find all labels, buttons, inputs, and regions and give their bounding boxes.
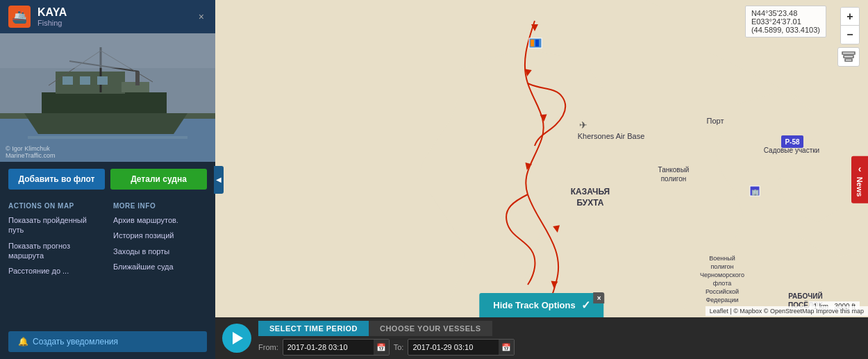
svg-text:КАЗАЧЬЯ: КАЗАЧЬЯ	[571, 187, 610, 197]
svg-text:Р-58: Р-58	[785, 138, 800, 146]
action-routes-archive[interactable]: Архив маршрутов.	[113, 215, 207, 225]
actions-on-map-title: ACTIONS ON MAP	[8, 202, 102, 210]
bell-icon: 🔔	[18, 337, 28, 347]
svg-rect-10	[62, 76, 73, 85]
play-icon	[233, 332, 243, 344]
svg-rect-4	[42, 92, 167, 113]
svg-text:полигон: полигон	[661, 175, 687, 183]
coord-dec: (44.5899, 033.4103)	[751, 26, 820, 34]
svg-text:Российской: Российской	[706, 288, 739, 295]
news-tab[interactable]: ‹ News	[851, 156, 868, 203]
action-buttons: Добавить во флот Детали судна	[0, 162, 215, 197]
news-label: News	[856, 176, 864, 197]
news-arrow-icon: ‹	[858, 162, 862, 174]
svg-text:🏢: 🏢	[751, 188, 760, 197]
select-time-period-tab[interactable]: SELECT TIME PERIOD	[258, 321, 369, 336]
svg-rect-48	[535, 40, 539, 47]
svg-marker-3	[24, 113, 187, 134]
more-info-col: MORE INFO Архив маршрутов. История позиц…	[113, 202, 207, 281]
from-calendar-button[interactable]: 📅	[374, 340, 389, 355]
svg-text:БУХТА: БУХТА	[576, 198, 603, 208]
coord-lon: E033°24'37.01	[751, 17, 820, 26]
svg-text:Садовые участки: Садовые участки	[764, 147, 819, 154]
action-position-history[interactable]: История позиций	[113, 231, 207, 240]
to-date-input[interactable]	[408, 341, 499, 353]
date-row: From: 📅 To: 📅	[258, 339, 868, 356]
sidebar-toggle-button[interactable]: ◀	[214, 166, 224, 194]
svg-text:Военный: Военный	[709, 255, 735, 262]
to-label: To:	[394, 343, 404, 351]
track-options-panel: × Hide Track Options ✓	[479, 293, 603, 317]
svg-text:полигон: полигон	[710, 263, 733, 270]
track-panel-close-button[interactable]: ×	[594, 292, 605, 303]
actions-columns: ACTIONS ON MAP Показать пройденный путь …	[8, 202, 207, 281]
svg-text:Черноморского: Черноморского	[700, 272, 744, 278]
vessel-name: KAYA	[37, 6, 196, 19]
action-port-calls[interactable]: Заходы в порты	[113, 247, 207, 256]
tab-row: SELECT TIME PERIOD CHOOSE YOUR VESSELS	[258, 321, 868, 336]
svg-text:флота: флота	[713, 280, 731, 287]
sidebar: 🚢 KAYA Fishing ×	[0, 0, 215, 359]
coord-lat: N44°35'23.48	[751, 9, 820, 17]
svg-text:РАБОЧИЙ: РАБОЧИЙ	[788, 292, 822, 300]
map-container[interactable]: ✈ Р-58 Khersones Air Base КАЗАЧЬЯ БУХТА …	[215, 0, 868, 359]
svg-text:Танковый: Танковый	[658, 166, 690, 174]
play-button[interactable]	[222, 324, 251, 353]
svg-rect-51	[842, 52, 855, 54]
choose-vessels-tab[interactable]: CHOOSE YOUR VESSELS	[369, 321, 492, 336]
from-date-input[interactable]	[283, 341, 374, 353]
svg-text:Khersones Air Base: Khersones Air Base	[578, 132, 645, 140]
vessel-name-block: KAYA Fishing	[37, 6, 196, 27]
coordinates-display: N44°35'23.48 E033°24'37.01 (44.5899, 033…	[745, 6, 826, 37]
svg-text:✈: ✈	[579, 119, 587, 131]
svg-rect-53	[845, 59, 852, 61]
svg-rect-14	[135, 72, 140, 85]
svg-rect-52	[844, 56, 853, 58]
vessel-type: Fishing	[37, 19, 196, 27]
vessel-logo: 🚢	[8, 6, 31, 28]
svg-rect-16	[0, 33, 215, 68]
zoom-in-button[interactable]: +	[841, 8, 859, 26]
to-calendar-button[interactable]: 📅	[499, 340, 514, 355]
zoom-controls: + −	[840, 7, 860, 44]
action-nearby-vessels[interactable]: Ближайшие суда	[113, 262, 207, 272]
action-show-forecast[interactable]: Показать прогноз маршрута	[8, 241, 102, 261]
sidebar-header: 🚢 KAYA Fishing ×	[0, 0, 215, 33]
close-button[interactable]: ×	[196, 8, 207, 25]
actions-on-map-col: ACTIONS ON MAP Показать пройденный путь …	[8, 202, 102, 281]
vessel-image: © Igor Klimchuk MarineTraffic.com	[0, 33, 215, 162]
svg-rect-47	[531, 40, 534, 47]
action-show-path[interactable]: Показать пройденный путь	[8, 215, 102, 235]
svg-text:Федерации: Федерации	[706, 297, 738, 303]
time-period-panel: SELECT TIME PERIOD CHOOSE YOUR VESSELS F…	[215, 317, 868, 359]
from-date-input-wrap: 📅	[283, 339, 390, 356]
hide-track-options-button[interactable]: × Hide Track Options ✓	[479, 293, 603, 317]
action-distance[interactable]: Расстояние до ...	[8, 266, 102, 276]
svg-rect-11	[80, 76, 90, 85]
add-to-fleet-button[interactable]: Добавить во флот	[8, 169, 105, 190]
svg-rect-15	[28, 136, 187, 139]
checkmark-icon: ✓	[581, 299, 590, 312]
zoom-out-button[interactable]: −	[841, 26, 859, 44]
vessel-details-button[interactable]: Детали судна	[110, 169, 207, 190]
map-layers-button[interactable]	[837, 47, 860, 67]
image-credit: © Igor Klimchuk MarineTraffic.com	[6, 145, 56, 159]
more-info-title: MORE INFO	[113, 202, 207, 210]
actions-section: ACTIONS ON MAP Показать пройденный путь …	[0, 197, 215, 327]
from-label: From:	[258, 343, 278, 351]
to-date-input-wrap: 📅	[408, 339, 515, 356]
svg-rect-12	[97, 76, 108, 85]
create-alert-button[interactable]: 🔔 Создать уведомления	[8, 331, 207, 352]
svg-text:Порт: Порт	[707, 117, 724, 125]
period-tabs: SELECT TIME PERIOD CHOOSE YOUR VESSELS F…	[258, 321, 868, 356]
map-attribution[interactable]: Leaflet | © Mapbox © OpenStreetMap Impro…	[706, 306, 868, 316]
